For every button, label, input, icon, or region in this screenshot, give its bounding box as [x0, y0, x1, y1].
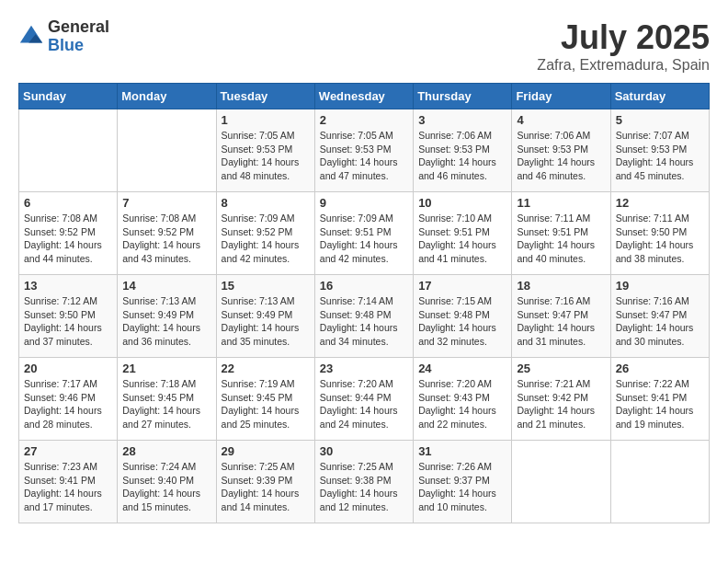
day-number: 13 — [24, 279, 112, 293]
calendar-cell: 20Sunrise: 7:17 AM Sunset: 9:46 PM Dayli… — [19, 358, 118, 441]
day-of-week-header: Sunday — [19, 84, 118, 109]
day-of-week-header: Friday — [512, 84, 610, 109]
calendar-cell: 6Sunrise: 7:08 AM Sunset: 9:52 PM Daylig… — [19, 192, 118, 275]
calendar-cell: 5Sunrise: 7:07 AM Sunset: 9:53 PM Daylig… — [610, 109, 709, 192]
calendar-cell: 23Sunrise: 7:20 AM Sunset: 9:44 PM Dayli… — [314, 358, 413, 441]
day-number: 4 — [517, 113, 605, 127]
calendar-cell: 25Sunrise: 7:21 AM Sunset: 9:42 PM Dayli… — [512, 358, 610, 441]
day-info: Sunrise: 7:13 AM Sunset: 9:49 PM Dayligh… — [122, 294, 210, 349]
month-title: July 2025 — [537, 18, 710, 57]
day-number: 18 — [517, 279, 605, 293]
day-number: 28 — [122, 444, 210, 458]
day-info: Sunrise: 7:25 AM Sunset: 9:38 PM Dayligh… — [320, 460, 408, 514]
calendar-cell: 26Sunrise: 7:22 AM Sunset: 9:41 PM Dayli… — [610, 358, 709, 441]
day-info: Sunrise: 7:19 AM Sunset: 9:45 PM Dayligh… — [222, 377, 310, 431]
calendar-week-row: 13Sunrise: 7:12 AM Sunset: 9:50 PM Dayli… — [19, 275, 710, 358]
day-of-week-header: Thursday — [414, 84, 512, 109]
day-number: 24 — [418, 362, 506, 375]
day-info: Sunrise: 7:26 AM Sunset: 9:37 PM Dayligh… — [418, 460, 506, 514]
day-info: Sunrise: 7:21 AM Sunset: 9:42 PM Dayligh… — [517, 377, 605, 431]
day-info: Sunrise: 7:06 AM Sunset: 9:53 PM Dayligh… — [517, 129, 605, 183]
location-title: Zafra, Extremadura, Spain — [537, 57, 710, 74]
calendar-cell — [610, 441, 709, 523]
calendar-cell: 7Sunrise: 7:08 AM Sunset: 9:52 PM Daylig… — [118, 192, 216, 275]
day-info: Sunrise: 7:17 AM Sunset: 9:46 PM Dayligh… — [24, 377, 112, 431]
day-info: Sunrise: 7:10 AM Sunset: 9:51 PM Dayligh… — [418, 212, 506, 266]
day-number: 14 — [122, 279, 210, 293]
day-number: 29 — [222, 444, 310, 458]
calendar-cell: 22Sunrise: 7:19 AM Sunset: 9:45 PM Dayli… — [216, 358, 314, 441]
day-info: Sunrise: 7:22 AM Sunset: 9:41 PM Dayligh… — [616, 377, 704, 431]
day-of-week-header: Wednesday — [314, 84, 413, 109]
day-info: Sunrise: 7:06 AM Sunset: 9:53 PM Dayligh… — [418, 129, 506, 183]
day-number: 7 — [122, 196, 210, 210]
calendar-cell: 29Sunrise: 7:25 AM Sunset: 9:39 PM Dayli… — [216, 441, 314, 523]
calendar-cell: 1Sunrise: 7:05 AM Sunset: 9:53 PM Daylig… — [216, 109, 314, 192]
day-number: 5 — [616, 113, 704, 127]
day-number: 30 — [320, 444, 408, 458]
day-number: 20 — [24, 362, 112, 375]
day-number: 17 — [418, 279, 506, 293]
day-of-week-header: Tuesday — [216, 84, 314, 109]
calendar-week-row: 6Sunrise: 7:08 AM Sunset: 9:52 PM Daylig… — [19, 192, 710, 275]
day-number: 10 — [418, 196, 506, 210]
day-info: Sunrise: 7:13 AM Sunset: 9:49 PM Dayligh… — [222, 294, 310, 349]
calendar-cell: 13Sunrise: 7:12 AM Sunset: 9:50 PM Dayli… — [19, 275, 118, 358]
day-number: 1 — [222, 113, 310, 127]
day-number: 27 — [24, 444, 112, 458]
day-number: 19 — [616, 279, 704, 293]
calendar-cell: 12Sunrise: 7:11 AM Sunset: 9:50 PM Dayli… — [610, 192, 709, 275]
calendar-cell: 2Sunrise: 7:05 AM Sunset: 9:53 PM Daylig… — [314, 109, 413, 192]
header-row: SundayMondayTuesdayWednesdayThursdayFrid… — [19, 84, 710, 109]
day-info: Sunrise: 7:05 AM Sunset: 9:53 PM Dayligh… — [222, 129, 310, 183]
calendar-cell: 28Sunrise: 7:24 AM Sunset: 9:40 PM Dayli… — [118, 441, 216, 523]
day-info: Sunrise: 7:18 AM Sunset: 9:45 PM Dayligh… — [122, 377, 210, 431]
calendar-cell: 8Sunrise: 7:09 AM Sunset: 9:52 PM Daylig… — [216, 192, 314, 275]
calendar-body: 1Sunrise: 7:05 AM Sunset: 9:53 PM Daylig… — [19, 109, 710, 523]
day-info: Sunrise: 7:05 AM Sunset: 9:53 PM Dayligh… — [320, 129, 408, 183]
calendar-cell: 27Sunrise: 7:23 AM Sunset: 9:41 PM Dayli… — [19, 441, 118, 523]
day-info: Sunrise: 7:23 AM Sunset: 9:41 PM Dayligh… — [24, 460, 112, 514]
calendar-cell: 21Sunrise: 7:18 AM Sunset: 9:45 PM Dayli… — [118, 358, 216, 441]
day-number: 8 — [222, 196, 310, 210]
calendar-cell: 14Sunrise: 7:13 AM Sunset: 9:49 PM Dayli… — [118, 275, 216, 358]
calendar-cell: 31Sunrise: 7:26 AM Sunset: 9:37 PM Dayli… — [414, 441, 512, 523]
calendar-cell: 19Sunrise: 7:16 AM Sunset: 9:47 PM Dayli… — [610, 275, 709, 358]
logo: General Blue — [18, 18, 109, 55]
calendar-cell — [512, 441, 610, 523]
calendar-cell: 3Sunrise: 7:06 AM Sunset: 9:53 PM Daylig… — [414, 109, 512, 192]
logo-general: General — [48, 18, 109, 37]
calendar-week-row: 20Sunrise: 7:17 AM Sunset: 9:46 PM Dayli… — [19, 358, 710, 441]
calendar-cell: 30Sunrise: 7:25 AM Sunset: 9:38 PM Dayli… — [314, 441, 413, 523]
day-info: Sunrise: 7:15 AM Sunset: 9:48 PM Dayligh… — [418, 294, 506, 349]
page-header: General Blue July 2025 Zafra, Extremadur… — [18, 18, 710, 74]
day-info: Sunrise: 7:09 AM Sunset: 9:52 PM Dayligh… — [222, 212, 310, 266]
logo-text: General Blue — [48, 18, 109, 55]
day-info: Sunrise: 7:20 AM Sunset: 9:44 PM Dayligh… — [320, 377, 408, 431]
logo-blue: Blue — [48, 37, 109, 55]
calendar-cell: 15Sunrise: 7:13 AM Sunset: 9:49 PM Dayli… — [216, 275, 314, 358]
calendar-table: SundayMondayTuesdayWednesdayThursdayFrid… — [18, 83, 710, 523]
day-info: Sunrise: 7:24 AM Sunset: 9:40 PM Dayligh… — [122, 460, 210, 514]
day-info: Sunrise: 7:25 AM Sunset: 9:39 PM Dayligh… — [222, 460, 310, 514]
day-number: 3 — [418, 113, 506, 127]
day-number: 22 — [222, 362, 310, 375]
day-info: Sunrise: 7:08 AM Sunset: 9:52 PM Dayligh… — [24, 212, 112, 266]
day-info: Sunrise: 7:12 AM Sunset: 9:50 PM Dayligh… — [24, 294, 112, 349]
calendar-cell: 24Sunrise: 7:20 AM Sunset: 9:43 PM Dayli… — [414, 358, 512, 441]
calendar-week-row: 1Sunrise: 7:05 AM Sunset: 9:53 PM Daylig… — [19, 109, 710, 192]
day-number: 6 — [24, 196, 112, 210]
calendar-cell — [19, 109, 118, 192]
day-of-week-header: Monday — [118, 84, 216, 109]
calendar-cell: 18Sunrise: 7:16 AM Sunset: 9:47 PM Dayli… — [512, 275, 610, 358]
day-number: 9 — [320, 196, 408, 210]
day-number: 2 — [320, 113, 408, 127]
day-info: Sunrise: 7:08 AM Sunset: 9:52 PM Dayligh… — [122, 212, 210, 266]
calendar-cell: 16Sunrise: 7:14 AM Sunset: 9:48 PM Dayli… — [314, 275, 413, 358]
day-info: Sunrise: 7:11 AM Sunset: 9:50 PM Dayligh… — [616, 212, 704, 266]
day-number: 12 — [616, 196, 704, 210]
calendar-header: SundayMondayTuesdayWednesdayThursdayFrid… — [19, 84, 710, 109]
calendar-cell — [118, 109, 216, 192]
day-info: Sunrise: 7:14 AM Sunset: 9:48 PM Dayligh… — [320, 294, 408, 349]
calendar-cell: 4Sunrise: 7:06 AM Sunset: 9:53 PM Daylig… — [512, 109, 610, 192]
